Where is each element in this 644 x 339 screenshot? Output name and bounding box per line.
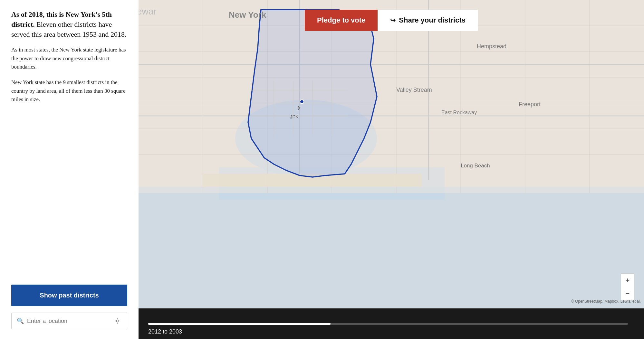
map-container[interactable]: ✈ JFK New York Valley Stream Hempstead F… <box>139 0 644 339</box>
timeline-label: 2012 to 2003 <box>148 328 182 335</box>
share-districts-button[interactable]: ↪ Share your districts <box>378 10 478 31</box>
zoom-in-button[interactable]: + <box>621 273 634 287</box>
pledge-to-vote-button[interactable]: Pledge to vote <box>305 10 378 31</box>
svg-text:Hempstead: Hempstead <box>477 43 506 50</box>
svg-text:Valley Stream: Valley Stream <box>396 87 432 93</box>
svg-text:JFK: JFK <box>290 114 299 119</box>
svg-text:✈: ✈ <box>296 105 301 111</box>
show-past-districts-button[interactable]: Show past districts <box>11 285 127 306</box>
sidebar-content: As of 2018, this is New York's 5th distr… <box>11 10 127 285</box>
sidebar: As of 2018, this is New York's 5th distr… <box>0 0 139 339</box>
locate-me-button[interactable] <box>113 318 122 324</box>
timeline-track[interactable] <box>148 323 628 325</box>
share-label: Share your districts <box>399 16 466 24</box>
svg-point-0 <box>116 320 119 322</box>
location-input[interactable] <box>27 318 113 325</box>
svg-text:New York: New York <box>229 10 266 20</box>
share-icon: ↪ <box>390 16 396 24</box>
district-para2: New York state has the 9 smallest distri… <box>11 78 127 104</box>
timeline-progress <box>148 323 331 325</box>
svg-text:East Rockaway: East Rockaway <box>441 110 477 115</box>
district-title: As of 2018, this is New York's 5th distr… <box>11 10 127 39</box>
map-controls: + − <box>621 273 634 300</box>
zoom-out-button[interactable]: − <box>621 287 634 300</box>
svg-text:ewar: ewar <box>139 6 157 16</box>
crosshair-icon <box>114 318 120 324</box>
timeline-bar[interactable]: 2012 to 2003 <box>139 308 644 339</box>
map-background: ✈ JFK New York Valley Stream Hempstead F… <box>139 0 644 339</box>
svg-text:Long Beach: Long Beach <box>461 163 490 169</box>
district-para1: As in most states, the New York state le… <box>11 46 127 71</box>
location-input-wrapper: 🔍 <box>11 313 127 329</box>
search-icon: 🔍 <box>17 317 24 325</box>
map-copyright: © OpenStreetMap, Mapbox, Lewis, et al. <box>571 299 641 304</box>
svg-text:Freeport: Freeport <box>519 101 541 108</box>
